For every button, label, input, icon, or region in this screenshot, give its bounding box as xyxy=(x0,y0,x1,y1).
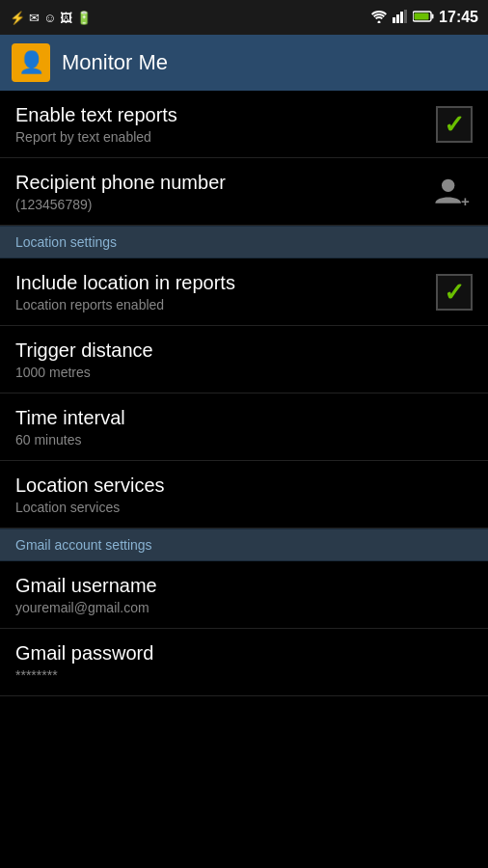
include-location-title: Include location in reports xyxy=(15,272,436,294)
status-icons-right: 17:45 xyxy=(370,9,478,26)
wifi-icon xyxy=(370,10,388,26)
image-icon: 🖼 xyxy=(60,11,72,25)
person-icon: 👤 xyxy=(18,50,44,75)
location-settings-header: Location settings xyxy=(0,226,488,258)
time-interval-content: Time interval 60 minutes xyxy=(15,407,473,448)
gmail-settings-header: Gmail account settings xyxy=(0,529,488,561)
gmail-username-content: Gmail username youremail@gmail.com xyxy=(15,575,473,615)
usb-icon: ⚡ xyxy=(10,11,25,25)
enable-text-reports-title: Enable text reports xyxy=(15,104,436,126)
svg-point-0 xyxy=(378,20,381,23)
trigger-distance-item[interactable]: Trigger distance 1000 metres xyxy=(0,326,488,393)
include-location-item[interactable]: Include location in reports Location rep… xyxy=(0,258,488,326)
contact-add-button[interactable]: + xyxy=(430,171,473,213)
add-contact-icon: + xyxy=(432,173,471,211)
svg-rect-4 xyxy=(404,10,407,23)
gmail-password-content: Gmail password ******** xyxy=(15,642,473,683)
recipient-phone-item[interactable]: Recipient phone number (123456789) + xyxy=(0,158,488,226)
include-location-checkbox[interactable]: ✓ xyxy=(436,274,473,311)
svg-rect-3 xyxy=(400,12,403,23)
enable-text-reports-item[interactable]: Enable text reports Report by text enabl… xyxy=(0,91,488,158)
gmail-password-subtitle: ******** xyxy=(15,667,473,683)
status-bar: ⚡ ✉ ☺ 🖼 🔋 xyxy=(0,0,488,35)
svg-rect-1 xyxy=(393,17,395,23)
time-interval-subtitle: 60 minutes xyxy=(15,432,473,448)
svg-point-8 xyxy=(442,178,454,191)
location-services-content: Location services Location services xyxy=(15,475,473,515)
status-icons-left: ⚡ ✉ ☺ 🖼 🔋 xyxy=(10,11,92,25)
app-title: Monitor Me xyxy=(62,50,168,75)
signal-icon xyxy=(393,10,408,26)
recipient-phone-subtitle: (123456789) xyxy=(15,197,430,212)
trigger-distance-title: Trigger distance xyxy=(15,339,473,362)
recipient-phone-title: Recipient phone number xyxy=(15,172,430,194)
svg-rect-2 xyxy=(396,14,399,23)
gmail-password-item[interactable]: Gmail password ******** xyxy=(0,629,488,696)
battery-level-icon xyxy=(413,11,434,25)
app-icon: 👤 xyxy=(12,43,50,82)
enable-text-reports-content: Enable text reports Report by text enabl… xyxy=(15,104,436,145)
gmail-username-subtitle: youremail@gmail.com xyxy=(15,600,473,615)
enable-text-reports-checkbox[interactable]: ✓ xyxy=(436,106,473,143)
trigger-distance-subtitle: 1000 metres xyxy=(15,365,473,380)
message-icon: ✉ xyxy=(29,11,40,25)
location-services-title: Location services xyxy=(15,475,473,497)
settings-list: Enable text reports Report by text enabl… xyxy=(0,91,488,696)
time-interval-title: Time interval xyxy=(15,407,473,429)
location-settings-label: Location settings xyxy=(15,234,117,250)
svg-rect-7 xyxy=(415,13,429,19)
svg-text:+: + xyxy=(461,193,470,209)
svg-rect-6 xyxy=(432,14,434,18)
app-bar: 👤 Monitor Me xyxy=(0,35,488,91)
smiley-icon: ☺ xyxy=(43,11,56,25)
gmail-username-item[interactable]: Gmail username youremail@gmail.com xyxy=(0,561,488,629)
enable-text-reports-subtitle: Report by text enabled xyxy=(15,129,436,145)
gmail-password-title: Gmail password xyxy=(15,642,473,665)
trigger-distance-content: Trigger distance 1000 metres xyxy=(15,339,473,380)
recipient-phone-content: Recipient phone number (123456789) xyxy=(15,172,430,212)
gmail-settings-label: Gmail account settings xyxy=(15,537,152,553)
include-location-subtitle: Location reports enabled xyxy=(15,297,436,312)
gmail-username-title: Gmail username xyxy=(15,575,473,597)
checkmark-icon-2: ✓ xyxy=(444,280,465,305)
battery-icon: 🔋 xyxy=(76,11,92,25)
location-services-item[interactable]: Location services Location services xyxy=(0,461,488,529)
time-interval-item[interactable]: Time interval 60 minutes xyxy=(0,393,488,461)
include-location-content: Include location in reports Location rep… xyxy=(15,272,436,312)
checkmark-icon: ✓ xyxy=(444,112,465,137)
clock: 17:45 xyxy=(439,9,478,26)
location-services-subtitle: Location services xyxy=(15,500,473,515)
